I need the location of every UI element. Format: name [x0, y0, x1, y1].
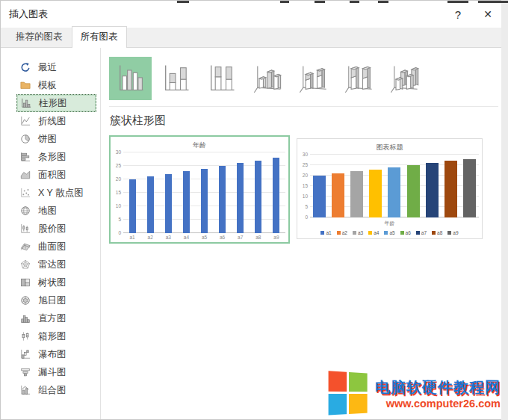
sidebar-item-surface-chart[interactable]: 曲面图	[16, 238, 96, 256]
chart-preview-chart-title[interactable]: 图表标题051015202530年龄a1a2a3a4a5a6a7a8a9	[297, 138, 483, 239]
sidebar-item-scatter-chart[interactable]: X Y 散点图	[16, 184, 96, 202]
sidebar-item-label: 瀑布图	[38, 348, 66, 361]
plot-region	[310, 155, 479, 217]
sidebar-item-column-chart[interactable]: 柱形图	[16, 94, 96, 112]
legend: a1a2a3a4a5a6a7a8a9	[300, 227, 479, 236]
legend-swatch	[400, 231, 404, 235]
x-tick-label: a5	[195, 233, 213, 240]
bar-slot	[159, 152, 177, 233]
bar-slot	[442, 155, 460, 217]
legend-key: a4	[368, 230, 379, 235]
subtype-divider	[109, 106, 498, 107]
sidebar-item-boxwhisker-chart[interactable]: 箱形图	[16, 327, 96, 345]
chart-type-list: 最近 模板 柱形图 折线图 饼图 条形图	[1, 48, 101, 419]
background-window-artifact	[378, 1, 388, 3]
bar	[388, 167, 400, 217]
x-tick-label: a4	[177, 233, 195, 240]
bar	[463, 159, 476, 217]
x-tick-label: a3	[159, 233, 177, 240]
sidebar-item-area-chart[interactable]: 面积图	[16, 166, 96, 184]
y-tick-label: 0	[118, 231, 121, 236]
area-chart-icon	[19, 169, 31, 181]
sidebar-item-templates[interactable]: 模板	[16, 76, 96, 94]
legend-swatch	[353, 231, 356, 235]
tab-all-charts[interactable]: 所有图表	[72, 26, 127, 48]
sidebar-item-label: 箱形图	[38, 330, 66, 343]
tab-strip: 推荐的图表 所有图表	[1, 28, 507, 48]
y-tick-label: 25	[116, 164, 121, 169]
treemap-chart-icon	[19, 277, 31, 288]
sidebar-item-histogram-chart[interactable]: 直方图	[16, 309, 96, 327]
legend-label: a1	[326, 230, 331, 235]
legend-swatch	[416, 231, 420, 235]
sidebar-item-sunburst-chart[interactable]: 旭日图	[16, 291, 96, 309]
sidebar-item-label: 树状图	[38, 277, 66, 289]
sidebar-item-funnel-chart[interactable]: 漏斗图	[16, 363, 96, 381]
bar	[147, 176, 154, 233]
y-tick-label: 25	[303, 163, 308, 168]
legend-key: a8	[432, 230, 442, 235]
column-chart-icon	[20, 97, 32, 109]
legend-label: a8	[437, 230, 442, 235]
sidebar-item-line-chart[interactable]: 折线图	[16, 112, 96, 130]
bar-slot	[214, 152, 232, 233]
sidebar-item-recent[interactable]: 最近	[16, 58, 96, 76]
subtype-100-stacked-column[interactable]	[200, 57, 243, 100]
combo-chart-icon	[19, 384, 31, 396]
help-button[interactable]: ?	[443, 3, 473, 25]
sidebar-item-label: X Y 散点图	[38, 187, 84, 200]
sidebar-item-map-chart[interactable]: 地图	[16, 202, 96, 220]
bars	[123, 152, 285, 233]
sidebar-item-stock-chart[interactable]: 股价图	[16, 220, 96, 238]
chart-preview-age[interactable]: 年龄051015202530a1a2a3a4a5a6a7a8a9	[109, 135, 290, 244]
sidebar-item-treemap-chart[interactable]: 树状图	[16, 274, 96, 291]
legend-key: a6	[400, 230, 411, 235]
background-window-artifact	[350, 1, 359, 3]
y-tick-label: 30	[116, 150, 121, 155]
subtype-3d-clustered-column[interactable]	[246, 57, 288, 100]
bar-slot	[267, 152, 285, 233]
stock-chart-icon	[19, 223, 31, 235]
watermark-url: www.computer26.com	[375, 398, 501, 410]
funnel-chart-icon	[19, 366, 31, 378]
chart: 图表标题051015202530年龄a1a2a3a4a5a6a7a8a9	[300, 141, 479, 236]
bars	[310, 155, 479, 217]
subtype-3d-100-stacked-column[interactable]	[337, 57, 380, 100]
sidebar-item-pie-chart[interactable]: 饼图	[16, 130, 96, 148]
subtype-stacked-column[interactable]	[155, 57, 197, 100]
x-tick-label: a2	[141, 233, 159, 240]
tab-recommended-charts[interactable]: 推荐的图表	[7, 26, 72, 48]
y-tick-label: 10	[303, 194, 308, 200]
chart-previews: 年龄051015202530a1a2a3a4a5a6a7a8a9 图表标题051…	[109, 135, 498, 244]
subtype-3d-stacked-column[interactable]	[291, 57, 334, 100]
sidebar-item-waterfall-chart[interactable]: 瀑布图	[16, 345, 96, 363]
sidebar-item-label: 条形图	[38, 151, 66, 164]
legend-label: a7	[421, 230, 427, 235]
sidebar-item-label: 组合图	[38, 384, 66, 397]
sidebar-item-combo-chart[interactable]: 组合图	[16, 381, 96, 399]
subtype-3d-column[interactable]	[382, 57, 425, 100]
bar	[350, 171, 363, 217]
radar-chart-icon	[19, 259, 31, 271]
chart: 年龄051015202530a1a2a3a4a5a6a7a8a9	[114, 139, 285, 240]
watermark-site-name: 电脑软硬件教程网	[375, 378, 501, 396]
sidebar-item-label: 模板	[38, 79, 57, 92]
y-axis: 051015202530	[300, 155, 310, 217]
x-tick-label: a1	[123, 233, 141, 240]
legend-swatch	[320, 231, 324, 235]
sidebar-item-radar-chart[interactable]: 雷达图	[16, 256, 96, 274]
scatter-chart-icon	[19, 187, 31, 199]
legend-key: a2	[337, 230, 347, 235]
y-tick-label: 5	[305, 205, 308, 210]
bar-slot	[404, 155, 423, 217]
chart-title: 年龄	[114, 139, 285, 152]
close-button[interactable]: ✕	[473, 3, 503, 25]
plot-region	[123, 152, 285, 233]
sidebar-item-bar-chart[interactable]: 条形图	[16, 148, 96, 166]
insert-chart-dialog: 插入图表 ? ✕ 推荐的图表 所有图表 最近 模板 柱形图 折线图	[0, 0, 508, 420]
legend-label: a9	[453, 230, 458, 235]
histogram-chart-icon	[19, 312, 31, 324]
bar	[255, 161, 261, 233]
bar-slot	[310, 155, 329, 217]
subtype-clustered-column[interactable]	[109, 57, 152, 100]
